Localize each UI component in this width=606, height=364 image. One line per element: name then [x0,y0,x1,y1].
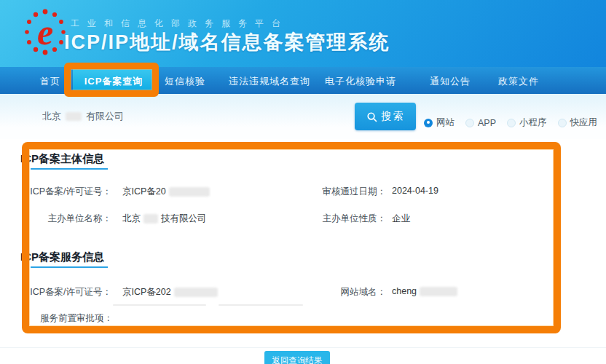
nav-item-policy-docs[interactable]: 政策文件 [498,75,539,88]
org-name-prefix: 北京 [122,213,141,225]
search-type-miniprogram-label: 小程序 [519,116,547,129]
subject-license-value: 京ICP备20 [122,186,210,198]
radio-selected-icon [424,119,433,127]
search-query-suffix: 有限公司 [86,110,124,123]
search-type-website-label: 网站 [436,116,454,129]
faint-underline [219,304,303,306]
domain-label: 网站域名： [320,286,386,298]
radio-unselected-icon [507,119,516,127]
org-name-suffix: 技有限公司 [161,213,207,225]
search-button-label: 搜索 [382,110,405,123]
platform-label: 工业和信息化部政务服务平台 [71,17,288,30]
main-nav: 首页 ICP备案查询 短信核验 违法违规域名查询 电子化核验申请 通知公告 政策… [0,67,606,94]
radio-unselected-icon [465,119,474,127]
service-license-text: 京ICP备202 [122,286,171,298]
service-section-title: ICP备案服务信息 [20,250,104,264]
search-type-website[interactable]: 网站 [424,116,454,129]
search-type-app[interactable]: APP [465,118,496,128]
redacted-license-number [169,187,210,197]
search-button[interactable]: 搜索 [355,103,416,130]
redacted-query-text [66,112,82,121]
search-bar: 北京 有限公司 搜索 网站 APP 小程序 [0,94,606,139]
back-to-results-button[interactable]: 返回查询结果 [264,351,330,364]
redacted-org-name [143,214,158,223]
org-type-value: 企业 [392,213,410,225]
domain-value: cheng [392,286,457,296]
nav-item-home[interactable]: 首页 [40,75,60,88]
org-type-label: 主办单位性质： [313,213,386,225]
svg-text:e: e [37,12,53,52]
approve-date-label: 审核通过日期： [313,186,386,198]
page: e 工业和信息化部政务服务平台 ICP/IP地址/域名信息备案管理系统 首页 I… [0,0,606,364]
nav-item-notices[interactable]: 通知公告 [430,75,471,88]
domain-text: cheng [392,286,417,296]
subject-title-underline [31,168,108,170]
search-type-quickapp[interactable]: 快应用 [558,116,598,129]
site-title: ICP/IP地址/域名信息备案管理系统 [64,29,390,55]
search-query-prefix: 北京 [42,110,61,123]
miit-icp-logo-icon: e [20,4,70,63]
org-name-label: 主办单位名称： [29,213,111,225]
search-type-options: 网站 APP 小程序 快应用 [424,116,597,129]
subject-license-text: 京ICP备20 [122,186,166,198]
redacted-service-license [174,288,218,297]
header-banner: e 工业和信息化部政务服务平台 ICP/IP地址/域名信息备案管理系统 [0,0,606,67]
radio-unselected-icon [558,119,567,127]
service-title-underline [31,266,108,268]
faint-underline [113,304,206,306]
nav-item-icp-query-active-tab[interactable]: ICP备案查询 [73,67,154,94]
service-license-value: 京ICP备202 [122,286,218,298]
search-input[interactable]: 北京 有限公司 [42,110,124,123]
approve-date-value: 2024-04-19 [392,186,438,196]
search-type-quickapp-label: 快应用 [570,116,598,129]
subject-license-label: ICP备案/许可证号： [29,186,111,198]
nav-item-illegal-domain-query[interactable]: 违法违规域名查询 [229,75,310,88]
search-type-miniprogram[interactable]: 小程序 [507,116,547,129]
service-license-label: ICP备案/许可证号： [29,286,111,298]
nav-item-sms-verify[interactable]: 短信核验 [165,75,205,88]
search-icon [366,111,377,122]
subject-section-title: ICP备案主体信息 [20,152,104,166]
redacted-domain [420,287,457,296]
pre-approval-label: 服务前置审批项： [29,312,113,325]
nav-item-e-verify-apply[interactable]: 电子化核验申请 [325,75,396,88]
nav-item-icp-query[interactable]: ICP备案查询 [73,75,154,88]
result-detail-panel: ICP备案主体信息 ICP备案/许可证号： 京ICP备20 审核通过日期： 20… [0,139,606,364]
footer-divider [0,347,606,348]
org-name-value: 北京 技有限公司 [122,213,207,225]
search-type-app-label: APP [478,118,496,128]
